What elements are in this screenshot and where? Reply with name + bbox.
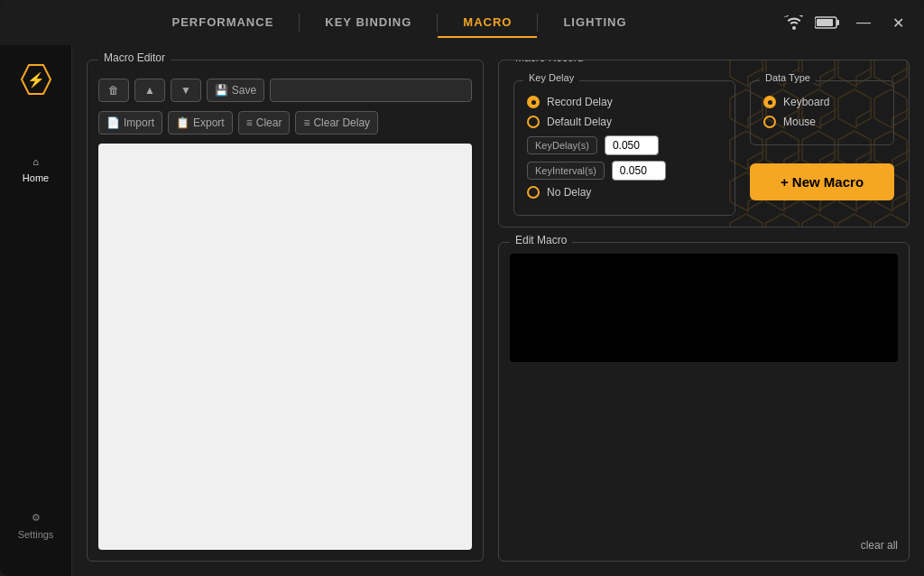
tab-macro[interactable]: MACRO <box>438 8 537 38</box>
sidebar-item-home-label: Home <box>23 172 49 183</box>
no-delay-label: No Delay <box>547 186 591 199</box>
app-container: PERFORMANCE KEY BINDING MACRO LIGHTING —… <box>0 0 924 576</box>
record-delay-label: Record Delay <box>547 96 613 108</box>
macro-editor-panel: Macro Editor 🗑 ▲ ▼ 💾 Save <box>87 60 484 562</box>
tab-keybinding[interactable]: KEY BINDING <box>300 8 437 38</box>
macro-record-inner: Key Delay Record Delay Def <box>513 80 894 216</box>
default-delay-label: Default Delay <box>547 116 612 128</box>
edit-macro-title: Edit Macro <box>510 234 572 246</box>
tab-lighting[interactable]: LIGHTING <box>538 8 651 38</box>
up-icon: ▲ <box>144 84 155 97</box>
new-macro-button[interactable]: + New Macro <box>750 163 894 200</box>
mouse-row[interactable]: Mouse <box>763 116 881 128</box>
data-type-panel: Data Type Keyboard Mouse <box>750 80 894 145</box>
keyboard-label: Keyboard <box>783 96 829 108</box>
default-delay-row[interactable]: Default Delay <box>527 116 722 128</box>
content-area: Macro Editor 🗑 ▲ ▼ 💾 Save <box>72 45 924 576</box>
tab-bar: PERFORMANCE KEY BINDING MACRO LIGHTING <box>14 8 784 38</box>
data-type-title: Data Type <box>760 72 816 83</box>
svg-rect-1 <box>836 20 839 25</box>
title-bar: PERFORMANCE KEY BINDING MACRO LIGHTING —… <box>0 0 924 45</box>
home-icon: ⌂ <box>32 156 39 167</box>
no-delay-row[interactable]: No Delay <box>527 186 722 199</box>
clear-delay-button[interactable]: ≡ Clear Delay <box>295 111 378 135</box>
trash-button[interactable]: 🗑 <box>98 79 129 102</box>
clear-label: Clear <box>256 116 282 129</box>
clear-all-button[interactable]: clear all <box>861 539 898 552</box>
trash-icon: 🗑 <box>108 84 119 97</box>
sidebar: ⚡ ⌂ Home ⚙ Settings <box>0 45 72 576</box>
export-button[interactable]: 📋 Export <box>168 111 233 135</box>
minimize-button[interactable]: — <box>851 13 876 33</box>
import-icon: 📄 <box>106 116 120 129</box>
export-label: Export <box>193 116 225 129</box>
mouse-label: Mouse <box>783 116 816 128</box>
key-interval-field-label: KeyInterval(s) <box>527 162 605 180</box>
wifi-icon <box>784 15 804 30</box>
settings-icon: ⚙ <box>32 512 41 524</box>
key-delay-field-label: KeyDelay(s) <box>527 136 597 154</box>
key-delay-field-row: KeyDelay(s) <box>527 135 722 155</box>
svg-text:⚡: ⚡ <box>27 71 45 88</box>
save-icon: 💾 <box>215 84 228 97</box>
key-interval-field-row: KeyInterval(s) <box>527 161 722 181</box>
move-down-button[interactable]: ▼ <box>171 79 201 102</box>
mouse-radio[interactable] <box>763 116 776 128</box>
editor-toolbar: 🗑 ▲ ▼ 💾 Save <box>98 79 472 102</box>
import-button[interactable]: 📄 Import <box>98 111 162 135</box>
macro-name-input[interactable] <box>270 79 472 102</box>
default-delay-radio[interactable] <box>527 116 540 128</box>
clear-icon: ≡ <box>246 116 253 129</box>
keyboard-radio[interactable] <box>763 96 776 108</box>
macro-editor-title: Macro Editor <box>98 51 171 64</box>
record-delay-radio[interactable] <box>527 96 540 108</box>
edit-macro-panel: Edit Macro clear all <box>498 242 910 562</box>
export-icon: 📋 <box>176 116 189 129</box>
macro-record-title: Macro Record <box>510 60 588 64</box>
logo: ⚡ <box>20 63 52 102</box>
svg-rect-2 <box>817 19 833 26</box>
down-icon: ▼ <box>180 84 191 97</box>
no-delay-radio[interactable] <box>527 186 540 199</box>
clear-delay-label: Clear Delay <box>313 116 370 129</box>
keyboard-row[interactable]: Keyboard <box>763 96 881 108</box>
editor-actions: 📄 Import 📋 Export ≡ Clear ≡ Clear Delay <box>98 111 472 135</box>
key-delay-input[interactable] <box>605 135 659 155</box>
right-sub-panel: Data Type Keyboard Mouse <box>750 80 894 216</box>
record-delay-row[interactable]: Record Delay <box>527 96 722 108</box>
key-interval-input[interactable] <box>612 161 666 181</box>
editor-whiteboard <box>98 144 472 550</box>
import-label: Import <box>124 116 154 129</box>
move-up-button[interactable]: ▲ <box>134 79 165 102</box>
battery-icon <box>815 15 840 30</box>
sidebar-item-home[interactable]: ⌂ Home <box>23 156 49 183</box>
close-button[interactable]: ✕ <box>887 13 910 33</box>
sidebar-item-settings-label: Settings <box>18 529 54 540</box>
clear-button[interactable]: ≡ Clear <box>238 111 291 135</box>
main-content: ⚡ ⌂ Home ⚙ Settings Macro Editor <box>0 45 924 576</box>
edit-macro-area[interactable] <box>510 254 898 362</box>
sidebar-item-settings[interactable]: ⚙ Settings <box>18 512 54 558</box>
macro-record-panel: Macro Record <box>498 60 910 228</box>
sidebar-nav: ⌂ Home ⚙ Settings <box>18 156 54 558</box>
key-delay-panel: Key Delay Record Delay Def <box>513 80 735 216</box>
save-button[interactable]: 💾 Save <box>207 79 264 102</box>
tab-performance[interactable]: PERFORMANCE <box>146 8 299 38</box>
right-panel: Macro Record <box>498 60 910 562</box>
key-delay-title: Key Delay <box>523 72 579 83</box>
clear-delay-icon: ≡ <box>303 116 310 129</box>
title-bar-controls: — ✕ <box>784 13 910 33</box>
save-label: Save <box>232 84 256 97</box>
